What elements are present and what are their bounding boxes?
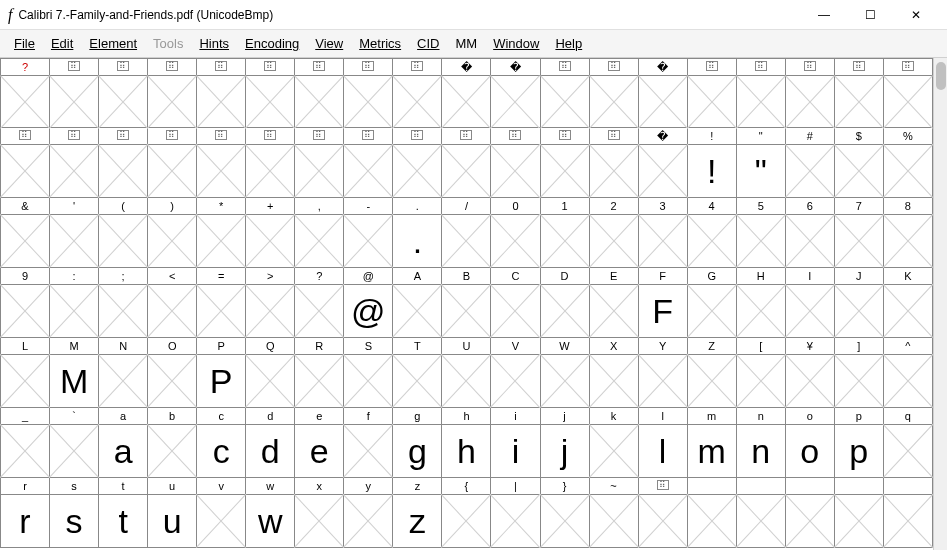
glyph-cell[interactable] [1,355,50,408]
glyph-cell[interactable]: w [246,495,295,548]
glyph-cell[interactable]: . [393,215,442,268]
glyph-cell[interactable] [785,145,834,198]
glyph-cell[interactable]: s [50,495,99,548]
menu-element[interactable]: Element [81,32,145,55]
glyph-cell[interactable] [687,495,736,548]
glyph-cell[interactable] [540,355,589,408]
glyph-cell[interactable] [1,425,50,478]
glyph-cell[interactable] [736,76,785,128]
minimize-button[interactable]: — [801,0,847,30]
glyph-cell[interactable] [148,76,197,128]
glyph-cell[interactable] [540,495,589,548]
glyph-cell[interactable]: l [638,425,687,478]
glyph-cell[interactable] [148,425,197,478]
glyph-cell[interactable] [491,285,540,338]
glyph-cell[interactable]: n [736,425,785,478]
glyph-cell[interactable] [785,285,834,338]
glyph-cell[interactable] [736,285,785,338]
glyph-cell[interactable] [99,355,148,408]
glyph-cell[interactable] [344,495,393,548]
glyph-cell[interactable] [883,425,932,478]
glyph-cell[interactable] [1,76,50,128]
glyph-cell[interactable] [883,495,932,548]
glyph-cell[interactable] [442,285,491,338]
glyph-cell[interactable] [148,285,197,338]
glyph-cell[interactable] [589,495,638,548]
glyph-cell[interactable] [491,355,540,408]
glyph-cell[interactable]: p [834,425,883,478]
glyph-cell[interactable] [540,215,589,268]
glyph-cell[interactable] [638,145,687,198]
glyph-cell[interactable] [491,76,540,128]
glyph-cell[interactable] [99,285,148,338]
glyph-cell[interactable] [99,215,148,268]
glyph-cell[interactable]: a [99,425,148,478]
glyph-cell[interactable] [589,215,638,268]
glyph-cell[interactable] [589,355,638,408]
glyph-grid-container[interactable]: ?����!"#$%!"&'()*+,-./012345678.9:;<=>?@… [0,58,933,550]
glyph-cell[interactable] [687,285,736,338]
glyph-cell[interactable] [687,355,736,408]
glyph-cell[interactable] [295,495,344,548]
glyph-cell[interactable] [1,285,50,338]
glyph-cell[interactable] [1,145,50,198]
glyph-cell[interactable] [99,145,148,198]
glyph-cell[interactable]: z [393,495,442,548]
glyph-cell[interactable] [344,425,393,478]
menu-metrics[interactable]: Metrics [351,32,409,55]
glyph-cell[interactable]: h [442,425,491,478]
glyph-cell[interactable]: u [148,495,197,548]
glyph-cell[interactable] [638,495,687,548]
menu-view[interactable]: View [307,32,351,55]
glyph-cell[interactable] [736,215,785,268]
glyph-cell[interactable] [295,145,344,198]
glyph-cell[interactable]: ! [687,145,736,198]
glyph-cell[interactable]: m [687,425,736,478]
glyph-cell[interactable]: F [638,285,687,338]
glyph-cell[interactable] [344,215,393,268]
glyph-cell[interactable] [246,285,295,338]
glyph-cell[interactable] [687,76,736,128]
glyph-cell[interactable] [491,495,540,548]
glyph-cell[interactable] [834,285,883,338]
glyph-cell[interactable] [785,215,834,268]
maximize-button[interactable]: ☐ [847,0,893,30]
glyph-cell[interactable] [295,285,344,338]
glyph-cell[interactable] [344,145,393,198]
glyph-cell[interactable] [883,145,932,198]
menu-help[interactable]: Help [547,32,590,55]
glyph-cell[interactable]: o [785,425,834,478]
glyph-cell[interactable] [344,355,393,408]
glyph-cell[interactable] [50,285,99,338]
glyph-cell[interactable] [883,355,932,408]
glyph-cell[interactable] [491,215,540,268]
glyph-cell[interactable] [638,355,687,408]
glyph-cell[interactable] [834,355,883,408]
glyph-cell[interactable] [736,355,785,408]
close-button[interactable]: ✕ [893,0,939,30]
glyph-cell[interactable] [197,76,246,128]
glyph-cell[interactable]: g [393,425,442,478]
glyph-cell[interactable]: @ [344,285,393,338]
glyph-cell[interactable] [540,285,589,338]
glyph-cell[interactable] [540,145,589,198]
menu-window[interactable]: Window [485,32,547,55]
glyph-cell[interactable] [491,145,540,198]
glyph-cell[interactable]: P [197,355,246,408]
glyph-cell[interactable] [197,495,246,548]
glyph-cell[interactable] [246,76,295,128]
glyph-cell[interactable] [50,425,99,478]
glyph-cell[interactable] [246,215,295,268]
glyph-cell[interactable] [442,215,491,268]
glyph-cell[interactable] [687,215,736,268]
menu-encoding[interactable]: Encoding [237,32,307,55]
glyph-cell[interactable]: M [50,355,99,408]
glyph-cell[interactable] [197,215,246,268]
glyph-cell[interactable] [736,495,785,548]
glyph-cell[interactable] [197,145,246,198]
glyph-cell[interactable] [883,76,932,128]
glyph-cell[interactable] [883,215,932,268]
glyph-cell[interactable] [785,355,834,408]
glyph-cell[interactable] [638,215,687,268]
glyph-cell[interactable] [246,355,295,408]
